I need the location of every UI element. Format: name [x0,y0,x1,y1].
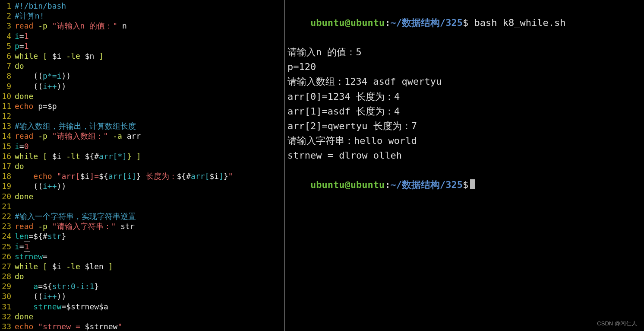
editor-line[interactable]: 20done [0,191,284,201]
command-text: bash k8_while.sh [474,17,565,28]
editor-line[interactable]: 7do [0,61,284,71]
line-number: 16 [0,151,15,161]
code-content[interactable]: while [ $i -le $n ] [15,51,104,61]
line-number: 2 [0,11,15,21]
watermark: CSDN @闲仁人 [597,320,637,328]
code-content[interactable]: #输入数组，并输出，计算数组长度 [15,121,136,131]
editor-line[interactable]: 22#输入一个字符串，实现字符串逆置 [0,211,284,221]
editor-line[interactable]: 31 strnew=$strnew$a [0,302,284,312]
editor-line[interactable]: 26strnew= [0,251,284,261]
line-number: 7 [0,61,15,71]
code-content[interactable]: a=${str:0-i:1} [15,281,99,291]
editor-line[interactable]: 19 ((i++)) [0,181,284,191]
code-content[interactable]: echo p=$p [15,101,57,111]
line-number: 28 [0,271,15,281]
editor-line[interactable]: 29 a=${str:0-i:1} [0,281,284,291]
editor-line[interactable]: 13#输入数组，并输出，计算数组长度 [0,121,284,131]
terminal-output: p=120 [287,60,644,74]
editor-line[interactable]: 8 ((p*=i)) [0,71,284,81]
terminal-output: 请输入数组：1234 asdf qwertyu [287,74,644,89]
editor-line[interactable]: 9 ((i++)) [0,81,284,91]
editor-line[interactable]: 16while [ $i -lt ${#arr[*]} ] [0,151,284,161]
code-content[interactable]: strnew=$strnew$a [15,302,108,312]
editor-line[interactable]: 4i=1 [0,31,284,41]
editor-line[interactable]: 24len=${#str} [0,231,284,241]
code-content[interactable]: while [ $i -lt ${#arr[*]} ] [15,151,141,161]
editor-line[interactable]: 21 [0,201,284,211]
code-content[interactable]: done [15,191,33,201]
editor-line[interactable]: 25i=1 [0,242,284,251]
line-number: 19 [0,181,15,191]
editor-line[interactable]: 27while [ $i -le $len ] [0,261,284,271]
line-number: 4 [0,31,15,41]
code-content[interactable]: echo "arr[$i]=${arr[i]} 长度为：${#arr[$i]}" [15,171,233,181]
code-content[interactable]: do [15,271,24,281]
code-content[interactable]: len=${#str} [15,231,66,241]
code-content[interactable]: done [15,312,33,321]
editor-line[interactable]: 18 echo "arr[$i]=${arr[i]} 长度为：${#arr[$i… [0,171,284,181]
line-number: 10 [0,91,15,101]
editor-line[interactable]: 33echo "strnew = $strnew" [0,321,284,331]
terminal-pane[interactable]: ubuntu@ubuntu:~/数据结构/325$ bash k8_while.… [285,0,644,331]
editor-line[interactable]: 10done [0,91,284,101]
terminal-output: arr[2]=qwertyu 长度为：7 [287,119,644,134]
editor-line[interactable]: 3read -p "请输入n 的值：" n [0,21,284,31]
code-content[interactable]: ((i++)) [15,81,66,91]
editor-line[interactable]: 5p=1 [0,41,284,51]
code-content[interactable]: p=1 [15,41,29,51]
code-content[interactable]: read -p "请输入数组：" -a arr [15,131,141,141]
editor-line[interactable]: 14read -p "请输入数组：" -a arr [0,131,284,141]
line-number: 20 [0,191,15,201]
editor-line[interactable]: 30 ((i++)) [0,291,284,301]
line-number: 11 [0,101,15,111]
prompt-line-2[interactable]: ubuntu@ubuntu:~/数据结构/325$ [287,163,644,207]
line-number: 30 [0,291,15,301]
line-number: 27 [0,261,15,271]
code-content[interactable]: #!/bin/bash [15,1,66,11]
line-number: 8 [0,71,15,81]
terminal-output: arr[1]=asdf 长度为：4 [287,104,644,119]
editor-line[interactable]: 32done [0,312,284,321]
code-content[interactable]: echo "strnew = $strnew" [15,321,122,331]
code-content[interactable]: do [15,161,24,171]
code-content[interactable]: #计算n! [15,11,44,21]
code-content[interactable]: ((i++)) [15,181,66,191]
terminal-output: arr[0]=1234 长度为：4 [287,89,644,104]
line-number: 14 [0,131,15,141]
line-number: 29 [0,281,15,291]
editor-line[interactable]: 15i=0 [0,141,284,151]
code-content[interactable]: i=0 [15,141,29,151]
code-content[interactable]: strnew= [15,251,47,261]
terminal-output: strnew = dlrow olleh [287,148,644,163]
line-number: 12 [0,111,15,121]
line-number: 1 [0,1,15,11]
line-number: 31 [0,302,15,312]
editor-line[interactable]: 1#!/bin/bash [0,1,284,11]
code-content[interactable]: ((i++)) [15,291,66,301]
editor-line[interactable]: 2#计算n! [0,11,284,21]
code-content[interactable]: while [ $i -le $len ] [15,261,113,271]
editor-line[interactable]: 12 [0,111,284,121]
line-number: 5 [0,41,15,51]
editor-line[interactable]: 17do [0,161,284,171]
code-content[interactable]: i=1 [15,242,30,251]
line-number: 3 [0,21,15,31]
editor-line[interactable]: 28do [0,271,284,281]
line-number: 6 [0,51,15,61]
editor-pane[interactable]: 1#!/bin/bash2#计算n!3read -p "请输入n 的值：" n4… [0,0,285,331]
code-content[interactable]: ((p*=i)) [15,71,71,81]
code-content[interactable]: do [15,61,24,71]
line-number: 33 [0,321,15,331]
line-number: 32 [0,312,15,321]
prompt-line-1: ubuntu@ubuntu:~/数据结构/325$ bash k8_while.… [287,1,644,45]
code-content[interactable]: done [15,91,33,101]
editor-line[interactable]: 11echo p=$p [0,101,284,111]
terminal-output: 请输入字符串：hello world [287,134,644,148]
code-content[interactable]: read -p "请输入字符串：" str [15,221,135,231]
code-content[interactable]: read -p "请输入n 的值：" n [15,21,127,31]
code-content[interactable]: #输入一个字符串，实现字符串逆置 [15,211,136,221]
code-content[interactable]: i=1 [15,31,29,41]
editor-line[interactable]: 6while [ $i -le $n ] [0,51,284,61]
line-number: 22 [0,211,15,221]
editor-line[interactable]: 23read -p "请输入字符串：" str [0,221,284,231]
